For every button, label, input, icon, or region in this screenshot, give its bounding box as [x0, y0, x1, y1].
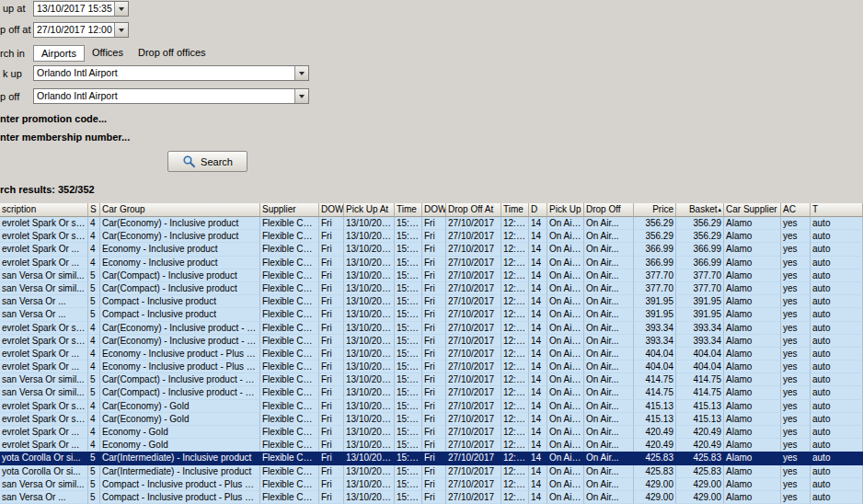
table-row[interactable]: san Versa Or ...5Compact - Inclusive pro… — [0, 491, 863, 504]
column-header-desc[interactable]: scription — [0, 203, 88, 217]
cell-desc: yota Corolla Or si... — [0, 465, 88, 478]
cell-group: Compact - Inclusive product — [100, 308, 260, 321]
chevron-down-icon[interactable] — [294, 66, 308, 80]
cell-basket: 404.04 — [676, 348, 724, 361]
table-row[interactable]: yota Corolla Or si...5Car(Intermediate) … — [0, 465, 863, 478]
column-header-dow1[interactable]: DOW — [319, 203, 344, 217]
cell-price: 377.70 — [634, 269, 676, 282]
column-header-ac[interactable]: AC — [781, 203, 811, 217]
dropoff-datetime-value: 27/10/2017 12:00 — [34, 23, 114, 37]
cell-s: 4 — [88, 400, 100, 413]
cell-d: 14 — [529, 386, 547, 399]
table-row[interactable]: san Versa Or simil...5Car(Compact) - Inc… — [0, 269, 863, 282]
table-row[interactable]: san Versa Or ...5Compact - Inclusive pro… — [0, 295, 863, 308]
cell-dropoff_date: 27/10/2017 — [446, 465, 501, 478]
cell-dropoff_date: 27/10/2017 — [446, 282, 501, 295]
table-row[interactable]: evrolet Spark Or ...4Economy - Inclusive… — [0, 257, 863, 269]
cell-dow1: Fri — [319, 243, 344, 256]
table-row[interactable]: san Versa Or ...5Compact - Inclusive pro… — [0, 308, 863, 321]
column-header-pickup_date[interactable]: Pick Up At — [344, 203, 395, 217]
cell-dow1: Fri — [319, 439, 344, 452]
cell-d: 14 — [529, 465, 547, 478]
cell-d: 14 — [529, 348, 547, 361]
cell-dow2: Fri — [422, 243, 446, 256]
table-row[interactable]: evrolet Spark Or si...4Car(Economy) - In… — [0, 335, 863, 348]
cell-pickup_loc: On Air... — [547, 257, 584, 269]
cell-car_supplier: Alamo — [724, 386, 781, 399]
cell-dropoff_loc: On Air... — [584, 439, 634, 452]
cell-dropoff_loc: On Air... — [584, 386, 634, 399]
cell-price: 420.49 — [634, 439, 676, 452]
cell-t: auto — [811, 439, 863, 452]
dropoff-location-label: p off — [0, 91, 19, 102]
cell-ac: yes — [781, 361, 811, 373]
tab-airports[interactable]: Airports — [33, 45, 85, 62]
column-header-t[interactable]: T — [811, 203, 863, 217]
chevron-down-icon[interactable] — [114, 23, 128, 37]
column-header-dropoff_loc[interactable]: Drop Off — [584, 203, 634, 217]
cell-d: 14 — [529, 400, 547, 413]
column-header-dropoff_time[interactable]: Time — [501, 203, 529, 217]
table-row[interactable]: evrolet Spark Or si...4Car(Economy) - In… — [0, 322, 863, 335]
cell-pickup_time: 15:35 — [395, 335, 422, 348]
table-row[interactable]: san Versa Or simil...5Car(Compact) - Inc… — [0, 282, 863, 295]
table-row[interactable]: evrolet Spark Or si...4Car(Economy) - In… — [0, 217, 863, 230]
column-header-car_supplier[interactable]: Car Supplier — [724, 203, 781, 217]
table-row[interactable]: evrolet Spark Or si...4Car(Economy) - In… — [0, 230, 863, 243]
cell-supplier: Flexible Car... — [260, 308, 319, 321]
table-row[interactable]: evrolet Spark Or ...4Economy - GoldFlexi… — [0, 426, 863, 439]
column-header-pickup_loc[interactable]: Pick Up — [547, 203, 584, 217]
table-row[interactable]: san Versa Or simil...5Car(Compact) - Inc… — [0, 386, 863, 399]
cell-pickup_time: 15:35 — [395, 452, 422, 464]
column-header-price[interactable]: Price — [634, 203, 676, 217]
cell-pickup_date: 13/10/2017 — [344, 452, 395, 464]
grid-header: scriptionSCar GroupSupplierDOWPick Up At… — [0, 203, 863, 217]
tab-drop-off-offices[interactable]: Drop off offices — [131, 45, 213, 62]
column-header-basket[interactable]: Basket▴ — [676, 203, 724, 217]
cell-basket: 391.95 — [676, 308, 724, 321]
cell-dow2: Fri — [422, 426, 446, 439]
table-row[interactable]: san Versa Or simil...5Car(Compact) - Inc… — [0, 373, 863, 386]
cell-desc: evrolet Spark Or si... — [0, 335, 88, 348]
column-header-dow2[interactable]: DOW — [422, 203, 446, 217]
cell-dow1: Fri — [319, 478, 344, 491]
membership-number-field[interactable]: nter membership number... — [0, 132, 130, 143]
search-button[interactable]: Search — [167, 151, 247, 172]
cell-dropoff_date: 27/10/2017 — [446, 413, 501, 426]
pickup-datetime-field[interactable]: 13/10/2017 15:35 — [33, 1, 129, 17]
cell-dow2: Fri — [422, 361, 446, 373]
table-row[interactable]: evrolet Spark Or si...4Car(Economy) - Go… — [0, 413, 863, 426]
cell-supplier: Flexible Car... — [260, 348, 319, 361]
results-grid: scriptionSCar GroupSupplierDOWPick Up At… — [0, 203, 863, 504]
promotion-code-field[interactable]: nter promotion code... — [0, 113, 107, 124]
cell-t: auto — [811, 295, 863, 308]
chevron-down-icon[interactable] — [294, 89, 308, 103]
cell-desc: san Versa Or simil... — [0, 373, 88, 386]
table-row[interactable]: yota Corolla Or si...5Car(Intermediate) … — [0, 452, 863, 464]
dropoff-location-select[interactable]: Orlando Intl Airport — [33, 88, 309, 104]
cell-dow2: Fri — [422, 386, 446, 399]
pickup-location-select[interactable]: Orlando Intl Airport — [33, 65, 309, 81]
table-row[interactable]: evrolet Spark Or si...4Car(Economy) - Go… — [0, 400, 863, 413]
chevron-down-icon[interactable] — [114, 2, 128, 16]
column-header-pickup_time[interactable]: Time — [395, 203, 422, 217]
column-header-supplier[interactable]: Supplier — [260, 203, 319, 217]
cell-pickup_loc: On Air... — [547, 361, 584, 373]
cell-ac: yes — [781, 386, 811, 399]
dropoff-datetime-field[interactable]: 27/10/2017 12:00 — [33, 22, 129, 38]
table-row[interactable]: evrolet Spark Or ...4Economy - Inclusive… — [0, 361, 863, 373]
cell-basket: 377.70 — [676, 269, 724, 282]
table-row[interactable]: evrolet Spark Or ...4Economy - Inclusive… — [0, 243, 863, 256]
cell-supplier: Flexible Car... — [260, 452, 319, 464]
column-header-group[interactable]: Car Group — [100, 203, 260, 217]
column-header-d[interactable]: D — [529, 203, 547, 217]
table-row[interactable]: san Versa Or simil...5Compact - Inclusiv… — [0, 478, 863, 491]
table-row[interactable]: evrolet Spark Or ...4Economy - Inclusive… — [0, 348, 863, 361]
table-row[interactable]: evrolet Spark Or ...4Economy - GoldFlexi… — [0, 439, 863, 452]
column-header-s[interactable]: S — [88, 203, 100, 217]
cell-pickup_date: 13/10/2017 — [344, 295, 395, 308]
cell-d: 14 — [529, 426, 547, 439]
column-header-dropoff_date[interactable]: Drop Off At — [446, 203, 501, 217]
tab-offices[interactable]: Offices — [85, 45, 131, 62]
cell-ac: yes — [781, 269, 811, 282]
